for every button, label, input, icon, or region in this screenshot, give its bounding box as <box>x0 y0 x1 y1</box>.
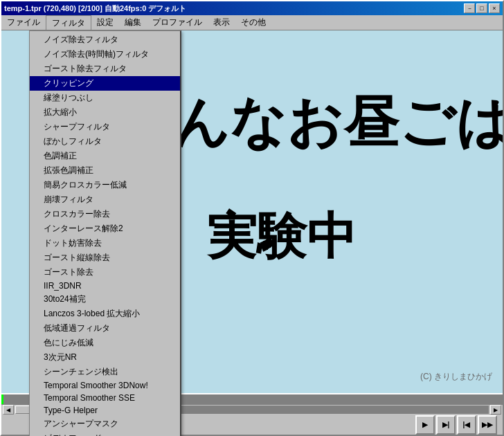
dropdown-item-temporal-smoother-sse[interactable]: Temporal Smoother SSE <box>30 392 180 404</box>
maximize-button[interactable]: □ <box>476 3 487 13</box>
dropdown-item-color-blur[interactable]: 色にじみ低減 <box>30 336 180 350</box>
dropdown-item-deinterlace[interactable]: インターレース解除2 <box>30 221 180 236</box>
filter-dropdown: ノイズ除去フィルタ ノイズ除去(時間軸)フィルタ ゴースト除去フィルタ クリッピ… <box>29 30 181 436</box>
dropdown-item-ghost2[interactable]: ゴースト除去 <box>30 265 180 280</box>
title-buttons: － □ × <box>464 3 500 13</box>
dropdown-item-color-adjust[interactable]: 色調補正 <box>30 149 180 163</box>
play-button[interactable]: ▶ <box>415 415 435 435</box>
menu-view[interactable]: 表示 <box>208 15 235 30</box>
timeline-indicator <box>1 394 3 404</box>
dropdown-item-30to24[interactable]: 30to24補完 <box>30 292 180 307</box>
dropdown-item-scale[interactable]: 拡大縮小 <box>30 105 180 120</box>
menu-profile[interactable]: プロファイル <box>147 15 208 30</box>
title-bar: temp-1.tpr (720,480) [2/100] 自動24fps:0 デ… <box>1 1 503 15</box>
dropdown-item-3dnr[interactable]: 3次元NR <box>30 350 180 365</box>
dropdown-item-ext-color[interactable]: 拡張色調補正 <box>30 163 180 178</box>
dropdown-item-iir3dnr[interactable]: IIR_3DNR <box>30 280 180 292</box>
dropdown-item-collapse[interactable]: 崩壊フィルタ <box>30 192 180 207</box>
dropdown-item-scene-change[interactable]: シーンチェンジ検出 <box>30 365 180 379</box>
close-button[interactable]: × <box>489 3 500 13</box>
video-text-top: んなお昼ごはん <box>173 86 503 161</box>
dropdown-item-edge-fill[interactable]: 縁塗りつぶし <box>30 91 180 105</box>
dropdown-item-blur[interactable]: ぼかしフィルタ <box>30 134 180 149</box>
menu-edit[interactable]: 編集 <box>119 15 147 30</box>
main-window: temp-1.tpr (720,480) [2/100] 自動24fps:0 デ… <box>0 0 504 436</box>
menu-other[interactable]: その他 <box>235 15 271 30</box>
dropdown-item-cross-reduce[interactable]: 簡易クロスカラー低減 <box>30 178 180 192</box>
dropdown-item-unsharp[interactable]: アンシャープマスク <box>30 417 180 431</box>
scroll-left-button[interactable]: ◀ <box>3 405 14 415</box>
dropdown-item-lowpass[interactable]: 低域通過フィルタ <box>30 321 180 336</box>
dropdown-item-lanczos[interactable]: Lanczos 3-lobed 拡大縮小 <box>30 307 180 321</box>
dropdown-item-ghost-remove[interactable]: ゴースト除去フィルタ <box>30 62 180 76</box>
menu-settings[interactable]: 設定 <box>91 15 119 30</box>
dropdown-item-video-fade[interactable]: ビデオフェード <box>30 431 180 436</box>
dropdown-item-sharp[interactable]: シャープフィルタ <box>30 120 180 134</box>
dropdown-item-typeg-helper[interactable]: Type-G Helper <box>30 404 180 417</box>
dropdown-item-ghost-line[interactable]: ゴースト縦線除去 <box>30 251 180 265</box>
video-copyright: (C) きりしまひかげ <box>420 371 492 383</box>
video-text-bottom: 実験中 <box>207 203 357 270</box>
end-button[interactable]: ▶▶ <box>478 415 497 435</box>
menu-file[interactable]: ファイル <box>1 15 46 30</box>
window-title: temp-1.tpr (720,480) [2/100] 自動24fps:0 デ… <box>4 3 186 14</box>
dropdown-item-noise-remove[interactable]: ノイズ除去フィルタ <box>30 33 180 47</box>
dropdown-item-dot-remove[interactable]: ドット妨害除去 <box>30 236 180 251</box>
dropdown-item-noise-temporal[interactable]: ノイズ除去(時間軸)フィルタ <box>30 47 180 62</box>
minimize-button[interactable]: － <box>464 3 475 13</box>
scroll-right-button[interactable]: ▶ <box>490 405 501 415</box>
dropdown-item-temporal-smoother-3dnow[interactable]: Temporal Smoother 3DNow! <box>30 379 180 392</box>
dropdown-item-clipping[interactable]: クリッピング <box>30 76 180 91</box>
prev-frame-button[interactable]: |◀ <box>457 415 476 435</box>
menu-bar: ファイル フィルタ 設定 編集 プロファイル 表示 その他 ノイズ除去フィルタ … <box>1 15 503 30</box>
menu-filter[interactable]: フィルタ <box>46 15 91 30</box>
dropdown-item-cross-remove[interactable]: クロスカラー除去 <box>30 207 180 221</box>
next-frame-button[interactable]: ▶| <box>436 415 456 435</box>
